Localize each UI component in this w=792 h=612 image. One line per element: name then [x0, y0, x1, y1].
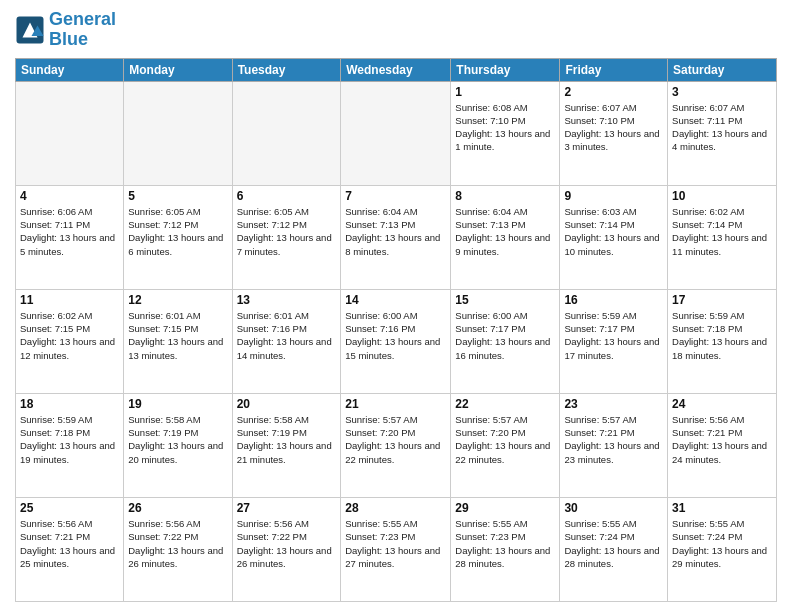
- calendar-cell: 8 Sunrise: 6:04 AM Sunset: 7:13 PM Dayli…: [451, 185, 560, 289]
- sunset-label: Sunset: 7:14 PM: [672, 219, 742, 230]
- calendar-cell: 28 Sunrise: 5:55 AM Sunset: 7:23 PM Dayl…: [341, 497, 451, 601]
- weekday-header-wednesday: Wednesday: [341, 58, 451, 81]
- sunset-label: Sunset: 7:23 PM: [345, 531, 415, 542]
- day-number: 5: [128, 189, 227, 203]
- day-info: Sunrise: 5:57 AM Sunset: 7:20 PM Dayligh…: [345, 413, 446, 466]
- day-info: Sunrise: 6:07 AM Sunset: 7:11 PM Dayligh…: [672, 101, 772, 154]
- day-number: 2: [564, 85, 663, 99]
- day-info: Sunrise: 5:57 AM Sunset: 7:21 PM Dayligh…: [564, 413, 663, 466]
- daylight-label: Daylight: 13 hours and 23 minutes.: [564, 440, 659, 464]
- daylight-label: Daylight: 13 hours and 22 minutes.: [345, 440, 440, 464]
- calendar-cell: 16 Sunrise: 5:59 AM Sunset: 7:17 PM Dayl…: [560, 289, 668, 393]
- day-info: Sunrise: 6:06 AM Sunset: 7:11 PM Dayligh…: [20, 205, 119, 258]
- day-info: Sunrise: 5:58 AM Sunset: 7:19 PM Dayligh…: [128, 413, 227, 466]
- day-number: 28: [345, 501, 446, 515]
- sunset-label: Sunset: 7:16 PM: [345, 323, 415, 334]
- daylight-label: Daylight: 13 hours and 15 minutes.: [345, 336, 440, 360]
- sunrise-label: Sunrise: 6:05 AM: [237, 206, 309, 217]
- calendar-cell: 11 Sunrise: 6:02 AM Sunset: 7:15 PM Dayl…: [16, 289, 124, 393]
- calendar-cell: 17 Sunrise: 5:59 AM Sunset: 7:18 PM Dayl…: [668, 289, 777, 393]
- weekday-header-friday: Friday: [560, 58, 668, 81]
- sunset-label: Sunset: 7:20 PM: [455, 427, 525, 438]
- day-info: Sunrise: 6:04 AM Sunset: 7:13 PM Dayligh…: [455, 205, 555, 258]
- day-info: Sunrise: 5:56 AM Sunset: 7:22 PM Dayligh…: [128, 517, 227, 570]
- calendar-cell: 24 Sunrise: 5:56 AM Sunset: 7:21 PM Dayl…: [668, 393, 777, 497]
- sunrise-label: Sunrise: 5:55 AM: [564, 518, 636, 529]
- day-number: 19: [128, 397, 227, 411]
- daylight-label: Daylight: 13 hours and 10 minutes.: [564, 232, 659, 256]
- daylight-label: Daylight: 13 hours and 22 minutes.: [455, 440, 550, 464]
- day-info: Sunrise: 5:59 AM Sunset: 7:18 PM Dayligh…: [20, 413, 119, 466]
- calendar-cell: 18 Sunrise: 5:59 AM Sunset: 7:18 PM Dayl…: [16, 393, 124, 497]
- calendar-cell: 9 Sunrise: 6:03 AM Sunset: 7:14 PM Dayli…: [560, 185, 668, 289]
- day-number: 15: [455, 293, 555, 307]
- calendar-cell: 23 Sunrise: 5:57 AM Sunset: 7:21 PM Dayl…: [560, 393, 668, 497]
- day-number: 3: [672, 85, 772, 99]
- day-number: 18: [20, 397, 119, 411]
- sunset-label: Sunset: 7:15 PM: [128, 323, 198, 334]
- daylight-label: Daylight: 13 hours and 5 minutes.: [20, 232, 115, 256]
- sunrise-label: Sunrise: 5:56 AM: [20, 518, 92, 529]
- calendar-cell: 22 Sunrise: 5:57 AM Sunset: 7:20 PM Dayl…: [451, 393, 560, 497]
- sunrise-label: Sunrise: 5:55 AM: [455, 518, 527, 529]
- calendar-cell: 2 Sunrise: 6:07 AM Sunset: 7:10 PM Dayli…: [560, 81, 668, 185]
- sunrise-label: Sunrise: 5:59 AM: [20, 414, 92, 425]
- header: General Blue: [15, 10, 777, 50]
- day-number: 1: [455, 85, 555, 99]
- sunrise-label: Sunrise: 5:58 AM: [128, 414, 200, 425]
- sunrise-label: Sunrise: 6:01 AM: [128, 310, 200, 321]
- calendar-cell: 1 Sunrise: 6:08 AM Sunset: 7:10 PM Dayli…: [451, 81, 560, 185]
- day-number: 6: [237, 189, 337, 203]
- daylight-label: Daylight: 13 hours and 1 minute.: [455, 128, 550, 152]
- daylight-label: Daylight: 13 hours and 12 minutes.: [20, 336, 115, 360]
- daylight-label: Daylight: 13 hours and 7 minutes.: [237, 232, 332, 256]
- day-number: 13: [237, 293, 337, 307]
- calendar-week-1: 4 Sunrise: 6:06 AM Sunset: 7:11 PM Dayli…: [16, 185, 777, 289]
- logo: General Blue: [15, 10, 116, 50]
- sunrise-label: Sunrise: 5:57 AM: [345, 414, 417, 425]
- day-number: 16: [564, 293, 663, 307]
- calendar-cell: 27 Sunrise: 5:56 AM Sunset: 7:22 PM Dayl…: [232, 497, 341, 601]
- day-number: 27: [237, 501, 337, 515]
- sunrise-label: Sunrise: 5:57 AM: [455, 414, 527, 425]
- calendar-cell: 14 Sunrise: 6:00 AM Sunset: 7:16 PM Dayl…: [341, 289, 451, 393]
- day-info: Sunrise: 6:02 AM Sunset: 7:14 PM Dayligh…: [672, 205, 772, 258]
- calendar-table: SundayMondayTuesdayWednesdayThursdayFrid…: [15, 58, 777, 602]
- calendar-cell: 20 Sunrise: 5:58 AM Sunset: 7:19 PM Dayl…: [232, 393, 341, 497]
- daylight-label: Daylight: 13 hours and 21 minutes.: [237, 440, 332, 464]
- calendar-cell: 6 Sunrise: 6:05 AM Sunset: 7:12 PM Dayli…: [232, 185, 341, 289]
- sunset-label: Sunset: 7:11 PM: [20, 219, 90, 230]
- sunrise-label: Sunrise: 6:04 AM: [345, 206, 417, 217]
- sunrise-label: Sunrise: 6:08 AM: [455, 102, 527, 113]
- daylight-label: Daylight: 13 hours and 13 minutes.: [128, 336, 223, 360]
- day-info: Sunrise: 6:00 AM Sunset: 7:17 PM Dayligh…: [455, 309, 555, 362]
- daylight-label: Daylight: 13 hours and 26 minutes.: [237, 545, 332, 569]
- sunset-label: Sunset: 7:19 PM: [128, 427, 198, 438]
- daylight-label: Daylight: 13 hours and 26 minutes.: [128, 545, 223, 569]
- logo-icon: [15, 15, 45, 45]
- calendar-cell: 7 Sunrise: 6:04 AM Sunset: 7:13 PM Dayli…: [341, 185, 451, 289]
- day-number: 14: [345, 293, 446, 307]
- day-number: 10: [672, 189, 772, 203]
- page: General Blue SundayMondayTuesdayWednesda…: [0, 0, 792, 612]
- calendar-cell: 10 Sunrise: 6:02 AM Sunset: 7:14 PM Dayl…: [668, 185, 777, 289]
- sunrise-label: Sunrise: 6:05 AM: [128, 206, 200, 217]
- sunrise-label: Sunrise: 6:00 AM: [455, 310, 527, 321]
- calendar-cell: 3 Sunrise: 6:07 AM Sunset: 7:11 PM Dayli…: [668, 81, 777, 185]
- daylight-label: Daylight: 13 hours and 8 minutes.: [345, 232, 440, 256]
- day-number: 17: [672, 293, 772, 307]
- sunset-label: Sunset: 7:14 PM: [564, 219, 634, 230]
- daylight-label: Daylight: 13 hours and 20 minutes.: [128, 440, 223, 464]
- sunrise-label: Sunrise: 6:07 AM: [564, 102, 636, 113]
- sunrise-label: Sunrise: 5:58 AM: [237, 414, 309, 425]
- weekday-header: SundayMondayTuesdayWednesdayThursdayFrid…: [16, 58, 777, 81]
- sunset-label: Sunset: 7:24 PM: [672, 531, 742, 542]
- weekday-header-sunday: Sunday: [16, 58, 124, 81]
- day-info: Sunrise: 5:55 AM Sunset: 7:24 PM Dayligh…: [564, 517, 663, 570]
- day-number: 21: [345, 397, 446, 411]
- calendar-week-2: 11 Sunrise: 6:02 AM Sunset: 7:15 PM Dayl…: [16, 289, 777, 393]
- daylight-label: Daylight: 13 hours and 4 minutes.: [672, 128, 767, 152]
- sunrise-label: Sunrise: 6:07 AM: [672, 102, 744, 113]
- calendar-cell: 30 Sunrise: 5:55 AM Sunset: 7:24 PM Dayl…: [560, 497, 668, 601]
- day-info: Sunrise: 5:56 AM Sunset: 7:21 PM Dayligh…: [20, 517, 119, 570]
